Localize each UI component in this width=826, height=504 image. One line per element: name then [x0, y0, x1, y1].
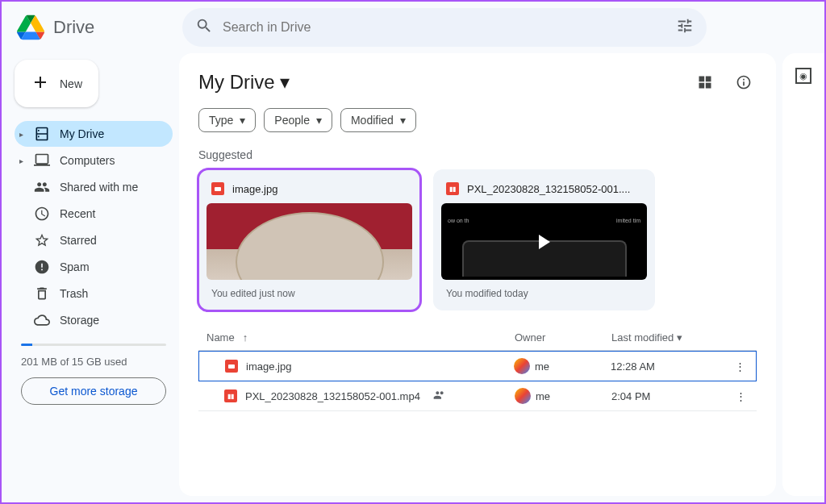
trash-icon	[34, 285, 50, 302]
nav-shared[interactable]: Shared with me	[15, 174, 173, 200]
search-input[interactable]	[223, 20, 676, 35]
col-label: Owner	[515, 331, 545, 344]
image-file-icon	[225, 360, 238, 373]
nav-label: Recent	[60, 207, 95, 220]
star-icon	[34, 232, 50, 248]
chip-label: People	[274, 114, 310, 127]
file-name: image.jpg	[246, 360, 291, 373]
sidebar: New ▸ My Drive ▸ Computers Shared with m…	[2, 53, 179, 502]
storage-text: 201 MB of 15 GB used	[21, 356, 166, 368]
table-header: Name ↑ Owner Last modified ▾	[198, 325, 757, 351]
owner-label: me	[535, 360, 549, 373]
caret-down-icon: ▾	[280, 71, 290, 94]
file-name: PXL_20230828_132158052-001.mp4	[245, 390, 420, 402]
col-modified-header[interactable]: Last modified ▾	[611, 331, 724, 344]
col-owner-header[interactable]: Owner	[515, 331, 611, 344]
app-name: Drive	[53, 17, 94, 38]
more-icon[interactable]: ⋮	[735, 360, 745, 373]
avatar-icon	[515, 388, 531, 404]
image-file-icon	[211, 182, 224, 195]
table-row[interactable]: image.jpg me 12:28 AM ⋮	[198, 351, 757, 381]
more-icon[interactable]: ⋮	[736, 390, 746, 402]
info-button[interactable]	[731, 69, 757, 95]
spam-icon	[34, 259, 50, 275]
layout-toggle-button[interactable]	[692, 69, 718, 95]
avatar-icon	[514, 358, 530, 374]
tune-icon[interactable]	[676, 17, 694, 38]
caret-down-icon: ▾	[316, 114, 322, 127]
chip-label: Type	[209, 114, 233, 127]
suggested-card[interactable]: image.jpg You edited just now	[198, 169, 420, 310]
plus-icon	[31, 73, 50, 94]
filter-modified[interactable]: Modified▾	[340, 108, 416, 132]
logo-area: Drive	[15, 11, 176, 44]
modified-label: 2:04 PM	[611, 390, 650, 402]
nav-storage[interactable]: Storage	[15, 307, 173, 333]
nav-label: Starred	[60, 234, 97, 247]
thumbnail	[206, 203, 412, 280]
caret-down-icon: ▾	[677, 331, 682, 344]
storage-bar	[21, 344, 166, 346]
video-file-icon: ▮▮	[224, 389, 237, 402]
nav-starred[interactable]: Starred	[15, 227, 173, 253]
nav-my-drive[interactable]: ▸ My Drive	[15, 121, 173, 147]
video-file-icon: ▮▮	[446, 182, 459, 195]
breadcrumb[interactable]: My Drive ▾	[198, 71, 290, 94]
get-more-storage-button[interactable]: Get more storage	[21, 377, 166, 405]
nav-label: Shared with me	[60, 181, 138, 194]
cloud-icon	[34, 312, 50, 328]
nav-list: ▸ My Drive ▸ Computers Shared with me Re…	[15, 120, 173, 334]
nav-label: My Drive	[60, 127, 104, 140]
nav-computers[interactable]: ▸ Computers	[15, 148, 173, 173]
file-name: PXL_20230828_132158052-001....	[467, 183, 630, 195]
shared-icon	[433, 389, 446, 404]
nav-trash[interactable]: Trash	[15, 281, 173, 306]
nav-label: Storage	[60, 314, 99, 327]
owner-label: me	[536, 390, 550, 402]
col-name-header[interactable]: Name ↑	[198, 331, 515, 344]
my-drive-icon	[34, 126, 50, 142]
caret-down-icon: ▾	[400, 114, 406, 127]
thumbnail: ow on thimited tim	[441, 203, 647, 280]
modified-label: 12:28 AM	[611, 360, 655, 373]
chevron-right-icon: ▸	[19, 156, 23, 165]
side-addon-icon[interactable]: ◉	[795, 68, 811, 84]
file-subtitle: You modified today	[441, 280, 647, 302]
header: Drive	[2, 2, 824, 53]
drive-logo-icon[interactable]	[15, 11, 47, 44]
nav-spam[interactable]: Spam	[15, 254, 173, 280]
filter-chips: Type▾ People▾ Modified▾	[198, 108, 757, 132]
nav-label: Trash	[60, 287, 88, 300]
shared-icon	[34, 179, 50, 195]
suggested-row: image.jpg You edited just now ▮▮ PXL_202…	[198, 169, 757, 310]
nav-recent[interactable]: Recent	[15, 201, 173, 227]
arrow-up-icon: ↑	[243, 331, 248, 344]
new-button[interactable]: New	[15, 60, 98, 107]
col-label: Name	[206, 331, 235, 344]
suggested-title: Suggested	[198, 148, 757, 161]
search-icon	[195, 17, 213, 38]
col-label: Last modified	[611, 331, 674, 344]
file-subtitle: You edited just now	[206, 280, 412, 302]
file-name: image.jpg	[232, 183, 277, 195]
side-panel: ◉	[782, 53, 824, 496]
nav-label: Spam	[60, 260, 90, 273]
computers-icon	[34, 152, 50, 169]
file-table: Name ↑ Owner Last modified ▾ image.jpg	[198, 325, 757, 411]
content-area: My Drive ▾ Type▾ People▾ Modified▾ Sugge…	[179, 53, 776, 496]
filter-type[interactable]: Type▾	[198, 108, 256, 132]
nav-label: Computers	[60, 154, 115, 167]
table-row[interactable]: ▮▮ PXL_20230828_132158052-001.mp4 me 2:0…	[198, 381, 757, 411]
chevron-right-icon: ▸	[19, 130, 23, 139]
recent-icon	[34, 206, 50, 222]
suggested-card[interactable]: ▮▮ PXL_20230828_132158052-001.... ow on …	[433, 169, 655, 310]
filter-people[interactable]: People▾	[264, 108, 332, 132]
caret-down-icon: ▾	[240, 114, 245, 127]
chip-label: Modified	[351, 114, 394, 127]
new-button-label: New	[60, 77, 82, 90]
breadcrumb-label: My Drive	[198, 71, 275, 94]
play-icon	[539, 235, 550, 249]
search-bar[interactable]	[182, 8, 707, 47]
